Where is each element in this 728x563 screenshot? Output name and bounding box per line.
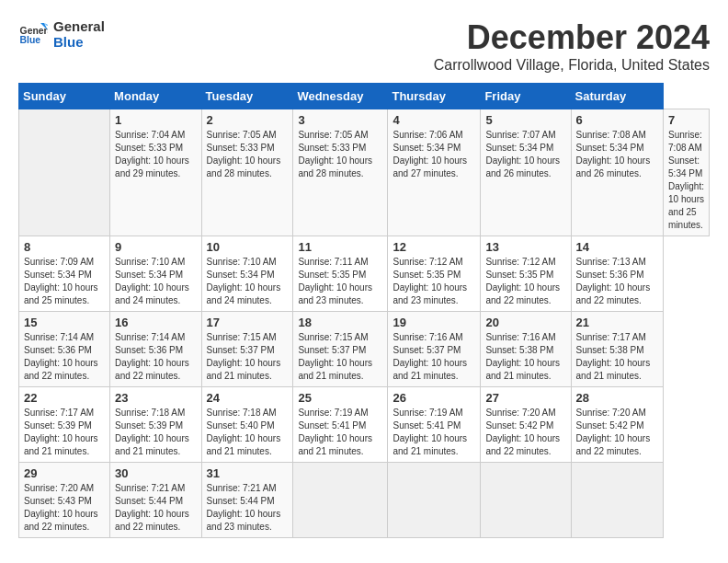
day-info: Sunrise: 7:14 AM Sunset: 5:36 PM Dayligh…: [115, 331, 196, 383]
day-number: 26: [392, 391, 475, 405]
sunset-label: Sunset: 5:33 PM: [207, 143, 275, 153]
daylight-label: Daylight: 10 hours: [576, 282, 651, 293]
sunset-label: Sunset: 5:44 PM: [207, 496, 275, 506]
sunset-label: Sunset: 5:36 PM: [24, 345, 92, 355]
calendar-week-row: 15 Sunrise: 7:14 AM Sunset: 5:36 PM Dayl…: [19, 312, 710, 387]
day-info: Sunrise: 7:18 AM Sunset: 5:40 PM Dayligh…: [207, 407, 289, 458]
day-number: 23: [115, 391, 196, 405]
sunset-label: Sunset: 5:41 PM: [298, 420, 366, 431]
calendar-day-cell: 28 Sunrise: 7:20 AM Sunset: 5:42 PM Dayl…: [571, 387, 663, 463]
page-header: General Blue General Blue December 2024 …: [18, 18, 710, 74]
day-number: 12: [392, 240, 475, 254]
calendar-day-cell: [481, 463, 571, 538]
daylight-minutes: and 22 minutes.: [115, 522, 180, 532]
day-info: Sunrise: 7:05 AM Sunset: 5:33 PM Dayligh…: [298, 129, 382, 180]
sunrise-label: Sunrise: 7:09 AM: [24, 257, 94, 267]
calendar-day-cell: 20 Sunrise: 7:16 AM Sunset: 5:38 PM Dayl…: [481, 312, 571, 387]
sunset-label: Sunset: 5:41 PM: [392, 420, 461, 431]
calendar-day-cell: 27 Sunrise: 7:20 AM Sunset: 5:42 PM Dayl…: [481, 387, 571, 463]
month-title: December 2024: [434, 18, 710, 57]
day-of-week-header: Monday: [110, 84, 201, 109]
sunrise-label: Sunrise: 7:05 AM: [207, 130, 277, 140]
day-number: 18: [298, 316, 382, 329]
daylight-label: Daylight: 10 hours: [576, 433, 651, 443]
day-info: Sunrise: 7:20 AM Sunset: 5:42 PM Dayligh…: [576, 407, 658, 458]
day-number: 30: [115, 466, 196, 480]
sunset-label: Sunset: 5:39 PM: [24, 420, 92, 431]
calendar-day-cell: 9 Sunrise: 7:10 AM Sunset: 5:34 PM Dayli…: [110, 236, 201, 312]
calendar-day-cell: 23 Sunrise: 7:18 AM Sunset: 5:39 PM Dayl…: [110, 387, 201, 463]
day-info: Sunrise: 7:16 AM Sunset: 5:37 PM Dayligh…: [392, 331, 475, 383]
logo: General Blue General Blue: [18, 18, 105, 50]
sunrise-label: Sunrise: 7:12 AM: [392, 257, 462, 267]
day-info: Sunrise: 7:12 AM Sunset: 5:35 PM Dayligh…: [392, 256, 475, 307]
calendar-day-cell: 15 Sunrise: 7:14 AM Sunset: 5:36 PM Dayl…: [19, 312, 110, 387]
day-header-row: SundayMondayTuesdayWednesdayThursdayFrid…: [19, 84, 710, 109]
calendar-week-row: 1 Sunrise: 7:04 AM Sunset: 5:33 PM Dayli…: [19, 109, 710, 236]
calendar-day-cell: 30 Sunrise: 7:21 AM Sunset: 5:44 PM Dayl…: [110, 463, 201, 538]
daylight-label: Daylight: 10 hours: [392, 282, 467, 293]
calendar-day-cell: 5 Sunrise: 7:07 AM Sunset: 5:34 PM Dayli…: [481, 109, 571, 236]
daylight-label: Daylight: 10 hours: [24, 433, 98, 443]
sunset-label: Sunset: 5:39 PM: [115, 420, 183, 431]
day-info: Sunrise: 7:18 AM Sunset: 5:39 PM Dayligh…: [115, 407, 196, 458]
sunset-label: Sunset: 5:36 PM: [115, 345, 183, 355]
sunrise-label: Sunrise: 7:16 AM: [485, 332, 555, 342]
day-number: 25: [298, 391, 382, 405]
daylight-minutes: and 25 minutes.: [668, 207, 703, 230]
sunrise-label: Sunrise: 7:16 AM: [392, 332, 462, 342]
day-number: 10: [207, 240, 289, 254]
day-number: 21: [576, 316, 658, 329]
daylight-label: Daylight: 10 hours: [576, 358, 651, 368]
calendar-day-cell: 2 Sunrise: 7:05 AM Sunset: 5:33 PM Dayli…: [201, 109, 293, 236]
calendar-body: 1 Sunrise: 7:04 AM Sunset: 5:33 PM Dayli…: [19, 109, 710, 538]
daylight-label: Daylight: 10 hours: [668, 181, 704, 204]
calendar-day-cell: 10 Sunrise: 7:10 AM Sunset: 5:34 PM Dayl…: [201, 236, 293, 312]
calendar-week-row: 8 Sunrise: 7:09 AM Sunset: 5:34 PM Dayli…: [19, 236, 710, 312]
day-number: 7: [668, 113, 704, 127]
daylight-label: Daylight: 10 hours: [392, 358, 467, 368]
location-subtitle: Carrollwood Village, Florida, United Sta…: [434, 57, 710, 74]
daylight-minutes: and 22 minutes.: [485, 446, 551, 456]
daylight-minutes: and 26 minutes.: [485, 168, 551, 178]
sunset-label: Sunset: 5:37 PM: [298, 345, 366, 355]
daylight-label: Daylight: 10 hours: [115, 358, 189, 368]
daylight-label: Daylight: 10 hours: [24, 509, 98, 519]
logo-icon: General Blue: [18, 19, 48, 49]
calendar-day-cell: 31 Sunrise: 7:21 AM Sunset: 5:44 PM Dayl…: [201, 463, 293, 538]
sunset-label: Sunset: 5:34 PM: [392, 143, 461, 153]
daylight-minutes: and 29 minutes.: [115, 168, 180, 178]
sunrise-label: Sunrise: 7:13 AM: [576, 257, 646, 267]
sunrise-label: Sunrise: 7:08 AM: [668, 130, 702, 153]
day-info: Sunrise: 7:10 AM Sunset: 5:34 PM Dayligh…: [207, 256, 289, 307]
daylight-label: Daylight: 10 hours: [115, 282, 189, 293]
calendar-day-cell: 29 Sunrise: 7:20 AM Sunset: 5:43 PM Dayl…: [19, 463, 110, 538]
daylight-label: Daylight: 10 hours: [298, 433, 372, 443]
sunrise-label: Sunrise: 7:05 AM: [298, 130, 368, 140]
sunset-label: Sunset: 5:42 PM: [485, 420, 553, 431]
calendar-header: SundayMondayTuesdayWednesdayThursdayFrid…: [19, 84, 710, 109]
daylight-minutes: and 21 minutes.: [207, 446, 272, 456]
sunrise-label: Sunrise: 7:12 AM: [485, 257, 555, 267]
day-info: Sunrise: 7:19 AM Sunset: 5:41 PM Dayligh…: [298, 407, 382, 458]
daylight-label: Daylight: 10 hours: [115, 433, 189, 443]
daylight-minutes: and 23 minutes.: [207, 522, 272, 532]
day-info: Sunrise: 7:14 AM Sunset: 5:36 PM Dayligh…: [24, 331, 105, 383]
sunset-label: Sunset: 5:43 PM: [24, 496, 92, 506]
daylight-label: Daylight: 10 hours: [485, 155, 560, 166]
day-number: 20: [485, 316, 565, 329]
sunset-label: Sunset: 5:40 PM: [207, 420, 275, 431]
daylight-label: Daylight: 10 hours: [392, 155, 467, 166]
daylight-label: Daylight: 10 hours: [576, 155, 651, 166]
daylight-minutes: and 24 minutes.: [115, 295, 180, 305]
sunrise-label: Sunrise: 7:10 AM: [115, 257, 185, 267]
daylight-minutes: and 21 minutes.: [298, 446, 363, 456]
sunrise-label: Sunrise: 7:19 AM: [298, 408, 368, 418]
calendar-table: SundayMondayTuesdayWednesdayThursdayFrid…: [18, 83, 710, 538]
daylight-label: Daylight: 10 hours: [485, 433, 560, 443]
day-number: 1: [115, 113, 196, 127]
daylight-minutes: and 21 minutes.: [392, 371, 458, 381]
calendar-day-cell: [19, 109, 110, 236]
sunset-label: Sunset: 5:34 PM: [115, 270, 183, 280]
daylight-label: Daylight: 10 hours: [24, 282, 98, 293]
